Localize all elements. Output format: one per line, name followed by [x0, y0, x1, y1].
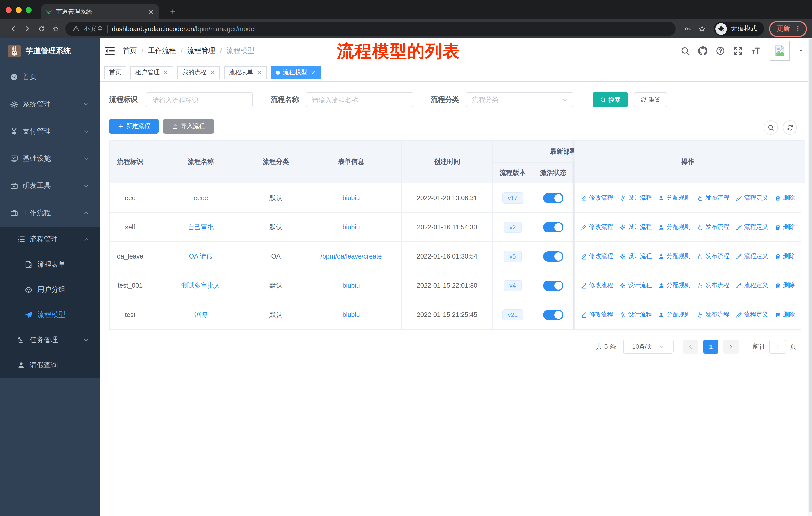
action-definition[interactable]: 流程定义 — [736, 223, 768, 231]
close-icon[interactable] — [209, 70, 215, 75]
version-badge[interactable]: v4 — [504, 280, 521, 291]
breadcrumb-item[interactable]: 工作流程 — [148, 46, 176, 55]
address-bar[interactable]: 不安全 dashboard.yudao.iocoder.cn/bpm/manag… — [65, 22, 675, 36]
action-publish[interactable]: 发布流程 — [697, 252, 729, 261]
sidebar-item-payment[interactable]: 支付管理 — [0, 118, 100, 145]
action-design[interactable]: 设计流程 — [620, 281, 652, 290]
browser-tab[interactable]: 芋道管理系统 — [41, 4, 159, 19]
action-edit[interactable]: 修改流程 — [581, 310, 613, 319]
sidebar-item-leave-query[interactable]: 请假查询 — [0, 353, 100, 378]
action-publish[interactable]: 发布流程 — [697, 193, 729, 202]
form-link[interactable]: /bpm/oa/leave/create — [321, 252, 382, 260]
action-edit[interactable]: 修改流程 — [581, 252, 613, 261]
form-link[interactable]: biubiu — [342, 194, 360, 201]
sidebar-item-home[interactable]: 首页 — [0, 63, 100, 91]
sidebar-item-user-group[interactable]: 用户分组 — [0, 277, 100, 302]
active-toggle[interactable] — [543, 222, 563, 232]
action-assign[interactable]: 分配规则 — [659, 281, 691, 290]
form-link[interactable]: biubiu — [342, 282, 360, 289]
tag-4[interactable]: 流程模型 — [271, 66, 321, 79]
action-definition[interactable]: 流程定义 — [736, 252, 768, 261]
action-definition[interactable]: 流程定义 — [736, 310, 768, 319]
action-delete[interactable]: 删除 — [775, 281, 795, 290]
reload-icon[interactable] — [34, 22, 48, 36]
update-button[interactable]: 更新 — [769, 21, 807, 36]
sidebar-item-devtools[interactable]: 研发工具 — [0, 172, 100, 199]
action-publish[interactable]: 发布流程 — [697, 223, 729, 231]
active-toggle[interactable] — [543, 251, 563, 261]
action-delete[interactable]: 删除 — [775, 252, 795, 261]
action-assign[interactable]: 分配规则 — [659, 193, 691, 202]
back-icon[interactable] — [6, 22, 20, 36]
filter-name-input[interactable] — [306, 92, 413, 107]
star-icon[interactable] — [695, 22, 709, 36]
model-name-link[interactable]: 测试多审批人 — [181, 281, 221, 290]
tag-0[interactable]: 首页 — [104, 66, 126, 79]
sidebar-collapse-icon[interactable] — [105, 46, 115, 56]
version-badge[interactable]: v17 — [502, 192, 523, 203]
close-window-button[interactable] — [5, 7, 11, 13]
maximize-window-button[interactable] — [26, 7, 32, 13]
fullscreen-icon[interactable] — [733, 46, 743, 55]
action-edit[interactable]: 修改流程 — [581, 281, 613, 290]
action-assign[interactable]: 分配规则 — [659, 310, 691, 319]
sidebar-item-system[interactable]: 系统管理 — [0, 91, 100, 118]
version-badge[interactable]: v2 — [504, 221, 521, 233]
action-definition[interactable]: 流程定义 — [736, 281, 768, 290]
action-publish[interactable]: 发布流程 — [697, 281, 729, 290]
action-design[interactable]: 设计流程 — [620, 193, 652, 202]
tag-1[interactable]: 租户管理 — [130, 66, 173, 79]
import-process-button[interactable]: 导入流程 — [163, 119, 214, 134]
minimize-window-button[interactable] — [16, 7, 22, 13]
forward-icon[interactable] — [20, 22, 34, 36]
model-name-link[interactable]: 滔博 — [194, 310, 207, 319]
model-name-link[interactable]: 自己审批 — [188, 222, 214, 232]
form-link[interactable]: biubiu — [342, 223, 360, 231]
active-toggle[interactable] — [543, 193, 563, 203]
version-badge[interactable]: v21 — [502, 309, 523, 320]
model-name-link[interactable]: OA 请假 — [189, 252, 213, 261]
caret-down-icon[interactable] — [799, 48, 804, 53]
action-design[interactable]: 设计流程 — [620, 310, 652, 319]
reset-button[interactable]: 重置 — [634, 92, 667, 107]
key-icon[interactable] — [680, 22, 695, 36]
model-name-link[interactable]: eeee — [194, 194, 208, 201]
form-link[interactable]: biubiu — [342, 311, 360, 319]
tag-2[interactable]: 我的流程 — [177, 66, 220, 79]
create-process-button[interactable]: 新建流程 — [109, 119, 158, 134]
sidebar-item-process-form[interactable]: 流程表单 — [0, 252, 100, 277]
sidebar-item-process-model[interactable]: 流程模型 — [0, 302, 100, 328]
sidebar-item-task-manage[interactable]: 任务管理 — [0, 328, 100, 353]
version-badge[interactable]: v5 — [504, 251, 521, 262]
sidebar-item-infra[interactable]: 基础设施 — [0, 145, 100, 172]
close-icon[interactable] — [163, 70, 168, 75]
close-icon[interactable] — [256, 70, 262, 75]
toggle-search-icon[interactable] — [764, 120, 778, 135]
action-delete[interactable]: 删除 — [775, 223, 795, 231]
sidebar-item-process-manage[interactable]: 流程管理 — [0, 227, 100, 252]
action-definition[interactable]: 流程定义 — [736, 193, 768, 202]
new-tab-button[interactable] — [166, 5, 179, 18]
refresh-table-icon[interactable] — [783, 120, 797, 135]
next-page-button[interactable] — [723, 340, 738, 354]
avatar[interactable] — [770, 40, 790, 61]
github-icon[interactable] — [698, 46, 707, 55]
action-delete[interactable]: 删除 — [775, 310, 795, 319]
breadcrumb-item[interactable]: 首页 — [123, 46, 137, 55]
action-edit[interactable]: 修改流程 — [581, 223, 613, 231]
filter-key-input[interactable] — [146, 92, 253, 107]
action-assign[interactable]: 分配规则 — [659, 223, 691, 231]
action-design[interactable]: 设计流程 — [620, 223, 652, 231]
breadcrumb-item[interactable]: 流程管理 — [187, 46, 215, 55]
help-icon[interactable] — [716, 46, 725, 55]
goto-page-input[interactable]: 1 — [769, 340, 786, 354]
window-scrollbar[interactable] — [808, 38, 812, 516]
scrollbar-thumb[interactable] — [809, 39, 812, 513]
tag-3[interactable]: 流程表单 — [224, 66, 267, 79]
action-delete[interactable]: 删除 — [775, 193, 795, 202]
action-assign[interactable]: 分配规则 — [659, 252, 691, 261]
filter-category-select[interactable]: 流程分类 — [466, 92, 573, 107]
action-publish[interactable]: 发布流程 — [697, 310, 729, 319]
active-toggle[interactable] — [543, 310, 563, 320]
search-button[interactable]: 搜索 — [592, 92, 628, 107]
